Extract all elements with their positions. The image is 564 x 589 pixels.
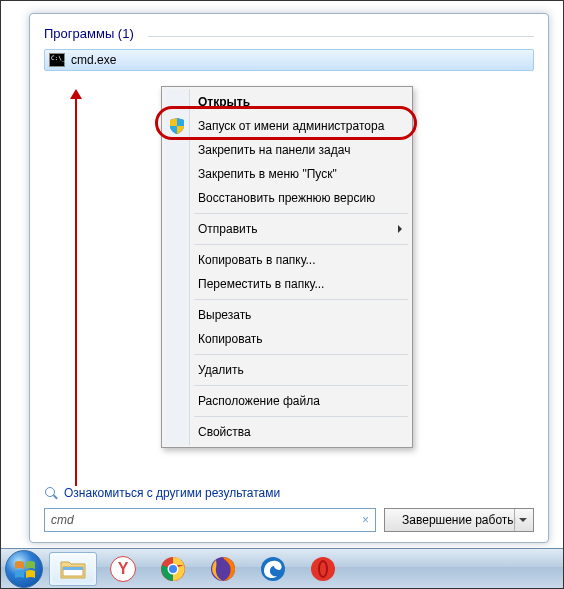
firefox-icon xyxy=(210,556,236,582)
ctx-copy-label: Копировать xyxy=(198,332,263,346)
taskbar-yandex[interactable]: Y xyxy=(99,552,147,586)
ctx-restore-previous[interactable]: Восстановить прежнюю версию xyxy=(164,186,410,210)
shutdown-button[interactable]: Завершение работы xyxy=(384,508,534,532)
file-explorer-icon xyxy=(60,558,86,580)
programs-section-header: Программы (1) xyxy=(44,26,534,43)
search-result-cmd[interactable]: cmd.exe xyxy=(44,49,534,71)
shutdown-divider xyxy=(514,509,515,531)
context-menu: Открыть Запуск от имени администратора З… xyxy=(161,86,413,448)
taskbar-edge[interactable] xyxy=(249,552,297,586)
taskbar-chrome[interactable] xyxy=(149,552,197,586)
programs-section-label: Программы (1) xyxy=(44,26,134,41)
search-result-label: cmd.exe xyxy=(71,53,116,67)
ctx-run-as-admin-label: Запуск от имени администратора xyxy=(198,119,384,133)
ctx-separator xyxy=(194,244,408,245)
chevron-right-icon[interactable] xyxy=(519,518,527,522)
ctx-restore-previous-label: Восстановить прежнюю версию xyxy=(198,191,375,205)
ctx-separator xyxy=(194,385,408,386)
ctx-move-to-folder[interactable]: Переместить в папку... xyxy=(164,272,410,296)
uac-shield-icon xyxy=(170,118,184,134)
ctx-pin-taskbar-label: Закрепить на панели задач xyxy=(198,143,350,157)
taskbar: Y xyxy=(1,548,563,588)
ctx-separator xyxy=(194,354,408,355)
opera-icon xyxy=(310,556,336,582)
ctx-file-location-label: Расположение файла xyxy=(198,394,320,408)
start-menu-bottom-row: cmd × Завершение работы xyxy=(44,508,534,532)
ctx-copy[interactable]: Копировать xyxy=(164,327,410,351)
ctx-cut-label: Вырезать xyxy=(198,308,251,322)
submenu-arrow-icon xyxy=(398,225,402,233)
search-icon xyxy=(44,486,58,500)
ctx-properties-label: Свойства xyxy=(198,425,251,439)
svg-point-4 xyxy=(169,565,177,573)
ctx-file-location[interactable]: Расположение файла xyxy=(164,389,410,413)
see-more-results-label: Ознакомиться с другими результатами xyxy=(64,486,280,500)
chrome-icon xyxy=(160,556,186,582)
cmd-icon xyxy=(49,53,65,67)
ctx-delete-label: Удалить xyxy=(198,363,244,377)
ctx-delete[interactable]: Удалить xyxy=(164,358,410,382)
search-input[interactable]: cmd × xyxy=(44,508,376,532)
ctx-properties[interactable]: Свойства xyxy=(164,420,410,444)
taskbar-explorer[interactable] xyxy=(49,552,97,586)
ctx-run-as-admin[interactable]: Запуск от имени администратора xyxy=(164,114,410,138)
yandex-icon: Y xyxy=(110,556,136,582)
ctx-pin-start[interactable]: Закрепить в меню "Пуск" xyxy=(164,162,410,186)
ctx-copy-to-folder[interactable]: Копировать в папку... xyxy=(164,248,410,272)
ctx-send-to-label: Отправить xyxy=(198,222,258,236)
ctx-cut[interactable]: Вырезать xyxy=(164,303,410,327)
shutdown-label: Завершение работы xyxy=(402,513,516,527)
ctx-open-label: Открыть xyxy=(198,95,250,109)
taskbar-opera[interactable] xyxy=(299,552,347,586)
ctx-send-to[interactable]: Отправить xyxy=(164,217,410,241)
taskbar-firefox[interactable] xyxy=(199,552,247,586)
ctx-pin-taskbar[interactable]: Закрепить на панели задач xyxy=(164,138,410,162)
clear-search-icon[interactable]: × xyxy=(362,513,369,527)
ctx-copy-to-label: Копировать в папку... xyxy=(198,253,316,267)
edge-icon xyxy=(260,556,286,582)
ctx-pin-start-label: Закрепить в меню "Пуск" xyxy=(198,167,337,181)
ctx-open[interactable]: Открыть xyxy=(164,90,410,114)
ctx-separator xyxy=(194,299,408,300)
svg-rect-1 xyxy=(63,567,83,570)
ctx-separator xyxy=(194,416,408,417)
see-more-results-link[interactable]: Ознакомиться с другими результатами xyxy=(44,486,280,500)
svg-point-9 xyxy=(320,562,326,576)
windows-logo-icon xyxy=(14,559,36,581)
start-button[interactable] xyxy=(5,550,43,588)
ctx-separator xyxy=(194,213,408,214)
ctx-move-to-label: Переместить в папку... xyxy=(198,277,324,291)
search-input-value: cmd xyxy=(51,513,74,527)
